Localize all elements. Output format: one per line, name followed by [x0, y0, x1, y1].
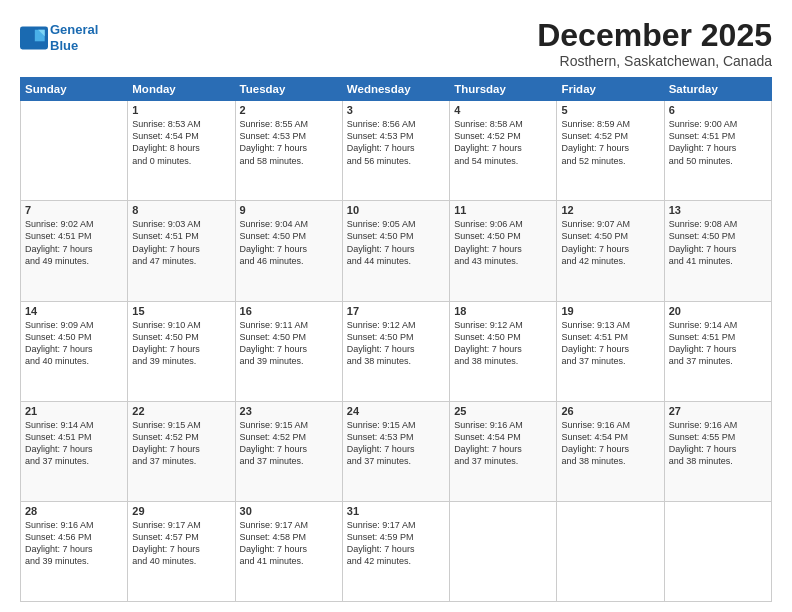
day-info: Sunrise: 8:56 AMSunset: 4:53 PMDaylight:…: [347, 118, 445, 167]
header-friday: Friday: [557, 78, 664, 101]
day-info: Sunrise: 8:53 AMSunset: 4:54 PMDaylight:…: [132, 118, 230, 167]
day-info: Sunrise: 9:02 AMSunset: 4:51 PMDaylight:…: [25, 218, 123, 267]
day-number: 16: [240, 305, 338, 317]
day-info: Sunrise: 9:10 AMSunset: 4:50 PMDaylight:…: [132, 319, 230, 368]
calendar-cell-w2-d3: 9Sunrise: 9:04 AMSunset: 4:50 PMDaylight…: [235, 201, 342, 301]
day-info: Sunrise: 9:17 AMSunset: 4:59 PMDaylight:…: [347, 519, 445, 568]
day-number: 27: [669, 405, 767, 417]
calendar-cell-w4-d4: 24Sunrise: 9:15 AMSunset: 4:53 PMDayligh…: [342, 401, 449, 501]
logo: General Blue: [20, 22, 98, 53]
calendar-cell-w2-d6: 12Sunrise: 9:07 AMSunset: 4:50 PMDayligh…: [557, 201, 664, 301]
calendar-cell-w1-d7: 6Sunrise: 9:00 AMSunset: 4:51 PMDaylight…: [664, 101, 771, 201]
day-number: 11: [454, 204, 552, 216]
calendar-cell-w1-d1: [21, 101, 128, 201]
day-number: 23: [240, 405, 338, 417]
calendar-week-2: 7Sunrise: 9:02 AMSunset: 4:51 PMDaylight…: [21, 201, 772, 301]
calendar-cell-w1-d2: 1Sunrise: 8:53 AMSunset: 4:54 PMDaylight…: [128, 101, 235, 201]
day-number: 17: [347, 305, 445, 317]
day-info: Sunrise: 9:08 AMSunset: 4:50 PMDaylight:…: [669, 218, 767, 267]
calendar-cell-w5-d2: 29Sunrise: 9:17 AMSunset: 4:57 PMDayligh…: [128, 501, 235, 601]
calendar-cell-w2-d7: 13Sunrise: 9:08 AMSunset: 4:50 PMDayligh…: [664, 201, 771, 301]
day-number: 4: [454, 104, 552, 116]
calendar-cell-w4-d2: 22Sunrise: 9:15 AMSunset: 4:52 PMDayligh…: [128, 401, 235, 501]
calendar-cell-w2-d2: 8Sunrise: 9:03 AMSunset: 4:51 PMDaylight…: [128, 201, 235, 301]
day-info: Sunrise: 9:12 AMSunset: 4:50 PMDaylight:…: [454, 319, 552, 368]
calendar-week-4: 21Sunrise: 9:14 AMSunset: 4:51 PMDayligh…: [21, 401, 772, 501]
day-number: 25: [454, 405, 552, 417]
calendar-cell-w3-d7: 20Sunrise: 9:14 AMSunset: 4:51 PMDayligh…: [664, 301, 771, 401]
day-info: Sunrise: 9:15 AMSunset: 4:53 PMDaylight:…: [347, 419, 445, 468]
calendar-week-3: 14Sunrise: 9:09 AMSunset: 4:50 PMDayligh…: [21, 301, 772, 401]
day-info: Sunrise: 9:14 AMSunset: 4:51 PMDaylight:…: [669, 319, 767, 368]
day-number: 26: [561, 405, 659, 417]
day-info: Sunrise: 9:03 AMSunset: 4:51 PMDaylight:…: [132, 218, 230, 267]
day-info: Sunrise: 9:16 AMSunset: 4:54 PMDaylight:…: [561, 419, 659, 468]
day-number: 19: [561, 305, 659, 317]
day-number: 21: [25, 405, 123, 417]
calendar-cell-w1-d3: 2Sunrise: 8:55 AMSunset: 4:53 PMDaylight…: [235, 101, 342, 201]
page: General Blue December 2025 Rosthern, Sas…: [0, 0, 792, 612]
calendar-cell-w5-d6: [557, 501, 664, 601]
day-number: 29: [132, 505, 230, 517]
calendar-cell-w4-d7: 27Sunrise: 9:16 AMSunset: 4:55 PMDayligh…: [664, 401, 771, 501]
day-info: Sunrise: 8:59 AMSunset: 4:52 PMDaylight:…: [561, 118, 659, 167]
calendar-cell-w2-d1: 7Sunrise: 9:02 AMSunset: 4:51 PMDaylight…: [21, 201, 128, 301]
day-info: Sunrise: 9:16 AMSunset: 4:54 PMDaylight:…: [454, 419, 552, 468]
day-number: 8: [132, 204, 230, 216]
header-sunday: Sunday: [21, 78, 128, 101]
day-info: Sunrise: 9:17 AMSunset: 4:58 PMDaylight:…: [240, 519, 338, 568]
calendar-cell-w1-d6: 5Sunrise: 8:59 AMSunset: 4:52 PMDaylight…: [557, 101, 664, 201]
day-number: 12: [561, 204, 659, 216]
calendar-cell-w5-d5: [450, 501, 557, 601]
month-title: December 2025: [537, 18, 772, 53]
day-info: Sunrise: 9:07 AMSunset: 4:50 PMDaylight:…: [561, 218, 659, 267]
day-info: Sunrise: 9:14 AMSunset: 4:51 PMDaylight:…: [25, 419, 123, 468]
calendar-table: Sunday Monday Tuesday Wednesday Thursday…: [20, 77, 772, 602]
logo-icon: [20, 26, 48, 50]
day-info: Sunrise: 9:11 AMSunset: 4:50 PMDaylight:…: [240, 319, 338, 368]
calendar-cell-w1-d4: 3Sunrise: 8:56 AMSunset: 4:53 PMDaylight…: [342, 101, 449, 201]
day-number: 14: [25, 305, 123, 317]
day-number: 22: [132, 405, 230, 417]
day-info: Sunrise: 9:04 AMSunset: 4:50 PMDaylight:…: [240, 218, 338, 267]
day-number: 30: [240, 505, 338, 517]
day-number: 15: [132, 305, 230, 317]
header-thursday: Thursday: [450, 78, 557, 101]
day-info: Sunrise: 9:17 AMSunset: 4:57 PMDaylight:…: [132, 519, 230, 568]
header-saturday: Saturday: [664, 78, 771, 101]
calendar-cell-w2-d4: 10Sunrise: 9:05 AMSunset: 4:50 PMDayligh…: [342, 201, 449, 301]
day-info: Sunrise: 9:15 AMSunset: 4:52 PMDaylight:…: [132, 419, 230, 468]
day-info: Sunrise: 9:12 AMSunset: 4:50 PMDaylight:…: [347, 319, 445, 368]
day-number: 6: [669, 104, 767, 116]
day-number: 3: [347, 104, 445, 116]
day-number: 28: [25, 505, 123, 517]
title-block: December 2025 Rosthern, Saskatchewan, Ca…: [537, 18, 772, 69]
calendar-cell-w3-d4: 17Sunrise: 9:12 AMSunset: 4:50 PMDayligh…: [342, 301, 449, 401]
calendar-cell-w3-d5: 18Sunrise: 9:12 AMSunset: 4:50 PMDayligh…: [450, 301, 557, 401]
header: General Blue December 2025 Rosthern, Sas…: [20, 18, 772, 69]
day-info: Sunrise: 9:00 AMSunset: 4:51 PMDaylight:…: [669, 118, 767, 167]
day-number: 2: [240, 104, 338, 116]
calendar-cell-w2-d5: 11Sunrise: 9:06 AMSunset: 4:50 PMDayligh…: [450, 201, 557, 301]
calendar-week-5: 28Sunrise: 9:16 AMSunset: 4:56 PMDayligh…: [21, 501, 772, 601]
header-wednesday: Wednesday: [342, 78, 449, 101]
calendar-cell-w1-d5: 4Sunrise: 8:58 AMSunset: 4:52 PMDaylight…: [450, 101, 557, 201]
day-number: 20: [669, 305, 767, 317]
day-info: Sunrise: 9:15 AMSunset: 4:52 PMDaylight:…: [240, 419, 338, 468]
logo-general: General: [50, 22, 98, 37]
day-number: 24: [347, 405, 445, 417]
day-info: Sunrise: 8:55 AMSunset: 4:53 PMDaylight:…: [240, 118, 338, 167]
day-number: 18: [454, 305, 552, 317]
calendar-cell-w5-d4: 31Sunrise: 9:17 AMSunset: 4:59 PMDayligh…: [342, 501, 449, 601]
calendar-cell-w3-d2: 15Sunrise: 9:10 AMSunset: 4:50 PMDayligh…: [128, 301, 235, 401]
day-number: 5: [561, 104, 659, 116]
calendar-cell-w4-d6: 26Sunrise: 9:16 AMSunset: 4:54 PMDayligh…: [557, 401, 664, 501]
header-monday: Monday: [128, 78, 235, 101]
day-number: 9: [240, 204, 338, 216]
calendar-cell-w4-d5: 25Sunrise: 9:16 AMSunset: 4:54 PMDayligh…: [450, 401, 557, 501]
day-info: Sunrise: 9:13 AMSunset: 4:51 PMDaylight:…: [561, 319, 659, 368]
calendar-cell-w5-d1: 28Sunrise: 9:16 AMSunset: 4:56 PMDayligh…: [21, 501, 128, 601]
logo-text: General Blue: [50, 22, 98, 53]
calendar-cell-w4-d1: 21Sunrise: 9:14 AMSunset: 4:51 PMDayligh…: [21, 401, 128, 501]
header-tuesday: Tuesday: [235, 78, 342, 101]
